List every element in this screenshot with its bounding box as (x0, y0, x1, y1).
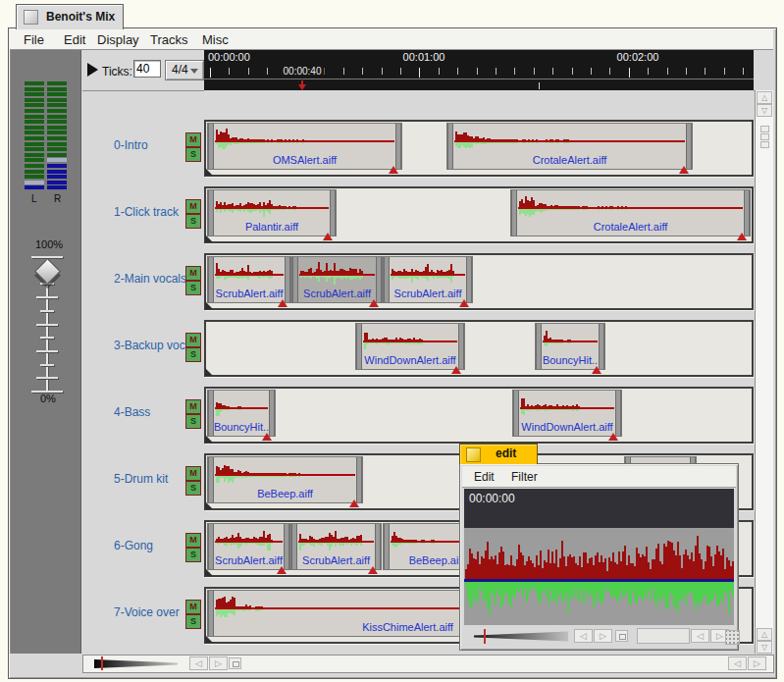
clip-handle-right[interactable] (686, 124, 692, 169)
clip-end-marker[interactable] (451, 366, 461, 374)
solo-button[interactable]: S (185, 481, 201, 496)
track-label[interactable]: 2-Main vocals (114, 272, 186, 286)
clip-end-marker[interactable] (608, 433, 618, 441)
track-label[interactable]: 6-Gong (114, 539, 153, 552)
close-button[interactable] (466, 447, 481, 462)
clip-handle-right[interactable] (376, 257, 382, 302)
menu-edit[interactable]: Edit (64, 32, 85, 47)
menu-misc[interactable]: Misc (202, 32, 229, 47)
mute-button[interactable]: M (185, 466, 201, 481)
mute-button[interactable]: M (185, 600, 201, 614)
scroll-up-icon[interactable]: △ (757, 628, 772, 641)
solo-button[interactable]: S (185, 548, 201, 562)
clip-end-marker[interactable] (278, 299, 287, 307)
edit-scroll-track[interactable] (637, 628, 690, 644)
time-signature-dropdown[interactable]: 4/4 (165, 60, 204, 80)
mute-button[interactable]: M (185, 132, 201, 147)
track-label[interactable]: 1-Click track (114, 205, 179, 219)
stop-button[interactable] (229, 657, 241, 669)
step-left-icon[interactable]: ◁ (189, 656, 208, 670)
clip-end-marker[interactable] (592, 366, 601, 374)
clip-handle-right[interactable] (395, 124, 401, 169)
clip-handle-right[interactable] (285, 257, 290, 302)
audio-clip[interactable]: BouncyHit.. (535, 323, 605, 370)
bottom-scrollbar[interactable]: ◁ ▷ ◁ ▷ (82, 655, 774, 673)
slider-thumb[interactable] (34, 258, 61, 285)
menu-display[interactable]: Display (97, 32, 139, 47)
mute-button[interactable]: M (185, 399, 201, 414)
clip-handle-right[interactable] (375, 524, 381, 569)
scrollbar-grip[interactable] (760, 141, 769, 148)
audio-clip[interactable]: CrotaleAlert.aiff (510, 189, 751, 236)
play-icon[interactable] (87, 63, 98, 77)
vertical-scrollbar[interactable]: △ ▽ △ ▽ (755, 90, 773, 654)
menu-tracks[interactable]: Tracks (150, 32, 188, 47)
track-label[interactable]: 5-Drum kit (114, 472, 168, 486)
clip-handle-right[interactable] (330, 190, 336, 236)
clip-end-marker[interactable] (349, 499, 359, 507)
step-left-icon[interactable]: ◁ (574, 629, 593, 643)
solo-button[interactable]: S (185, 614, 201, 629)
zoom-marker[interactable] (484, 629, 486, 644)
clip-handle-right[interactable] (356, 457, 362, 502)
audio-clip[interactable]: WindDownAlert.aiff (512, 390, 622, 437)
audio-clip[interactable]: ScrubAlert.aiff (290, 523, 382, 570)
scroll-up-icon[interactable]: △ (757, 91, 772, 104)
clip-end-marker[interactable] (389, 166, 398, 174)
scroll-down-icon[interactable]: ▽ (757, 104, 772, 117)
resize-grip[interactable] (725, 630, 740, 645)
step-left-icon[interactable]: ◁ (728, 656, 747, 670)
clip-handle-right[interactable] (615, 391, 621, 436)
edit-waveform[interactable] (464, 528, 734, 625)
mute-button[interactable]: M (185, 199, 201, 214)
edit-window-tab[interactable]: edit (459, 444, 538, 464)
solo-button[interactable]: S (185, 414, 201, 429)
clip-end-marker[interactable] (369, 299, 379, 307)
clip-end-marker[interactable] (262, 433, 272, 441)
mute-button[interactable]: M (185, 533, 201, 548)
zoom-wedge-control[interactable] (474, 631, 568, 642)
audio-clip[interactable]: ScrubAlert.aiff (207, 523, 290, 570)
clip-handle-right[interactable] (466, 257, 472, 302)
solo-button[interactable]: S (185, 281, 201, 295)
audio-clip[interactable]: Palantir.aiff (207, 189, 337, 236)
scrollbar-grip[interactable] (760, 133, 769, 140)
clip-end-marker[interactable] (323, 233, 333, 240)
solo-button[interactable]: S (185, 214, 201, 229)
track-label[interactable]: 0-Intro (114, 138, 148, 152)
step-right-icon[interactable]: ▷ (594, 629, 612, 643)
clip-end-marker[interactable] (277, 566, 287, 574)
speed-wedge-control[interactable] (94, 658, 178, 669)
audio-clip[interactable]: OMSAlert.aiff (207, 123, 402, 170)
edit-menu-filter[interactable]: Filter (511, 470, 538, 484)
timeline-ruler[interactable]: 00:00:00 00:01:00 00:02:00 00:00:40 (204, 50, 754, 90)
track-label[interactable]: 4-Bass (114, 405, 150, 419)
clip-end-marker[interactable] (737, 233, 747, 240)
solo-button[interactable]: S (185, 347, 201, 362)
clip-handle-right[interactable] (284, 524, 289, 569)
main-window-tab[interactable]: Benoit's Mix (16, 4, 124, 29)
stop-button[interactable] (615, 630, 628, 642)
clip-handle-right[interactable] (458, 324, 464, 369)
ticks-input[interactable] (133, 60, 161, 78)
speed-marker[interactable] (101, 656, 103, 670)
clip-handle-right[interactable] (744, 190, 750, 236)
scrollbar-grip[interactable] (760, 126, 769, 132)
clip-end-marker[interactable] (459, 299, 469, 307)
step-right-icon[interactable]: ▷ (209, 656, 228, 670)
step-left-icon[interactable]: ◁ (691, 629, 709, 643)
scroll-down-icon[interactable]: ▽ (757, 641, 772, 654)
clip-end-marker[interactable] (368, 566, 378, 574)
audio-clip[interactable]: CrotaleAlert.aiff (446, 123, 693, 170)
step-right-icon[interactable]: ▷ (748, 656, 766, 670)
menu-file[interactable]: File (24, 32, 44, 47)
audio-clip[interactable]: WindDownAlert.aiff (355, 323, 465, 370)
audio-clip[interactable]: BouncyHit.. (207, 390, 276, 437)
edit-menu-edit[interactable]: Edit (474, 470, 495, 484)
solo-button[interactable]: S (185, 147, 201, 162)
audio-clip[interactable]: ScrubAlert.aiff (291, 256, 383, 303)
audio-clip[interactable]: ScrubAlert.aiff (207, 256, 291, 303)
mute-button[interactable]: M (185, 333, 201, 347)
audio-clip[interactable]: BeBeep.aiff (207, 456, 363, 503)
mute-button[interactable]: M (185, 266, 201, 281)
